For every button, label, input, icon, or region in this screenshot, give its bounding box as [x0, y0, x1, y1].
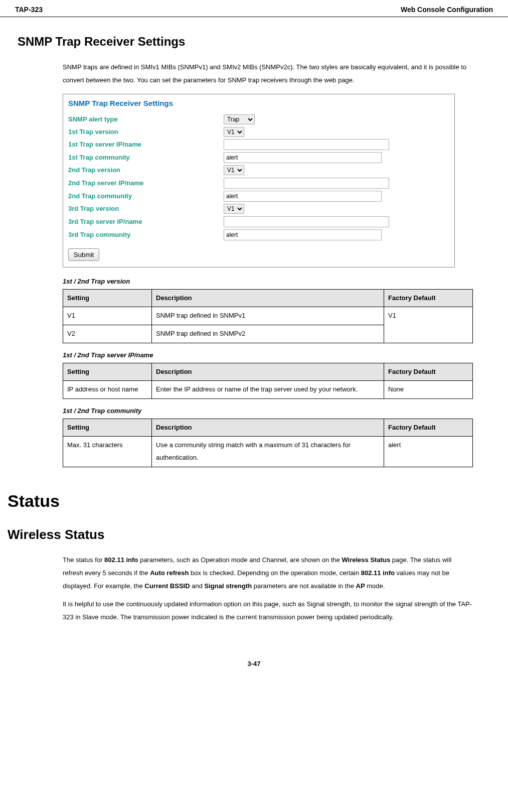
- select-1st-version[interactable]: V1: [224, 127, 244, 137]
- label-3rd-version: 3rd Trap version: [68, 204, 224, 214]
- table-row: Max. 31 characters Use a community strin…: [63, 437, 473, 467]
- label-2nd-version: 2nd Trap version: [68, 165, 224, 176]
- cell-setting: IP address or host name: [63, 381, 152, 399]
- table-trap-community: Setting Description Factory Default Max.…: [63, 419, 473, 467]
- th-default: Factory Default: [384, 419, 473, 437]
- label-1st-community: 1st Trap community: [68, 153, 224, 163]
- wireless-status-p2: It is helpful to use the continuously up…: [63, 598, 473, 624]
- header-right: Web Console Configuration: [401, 4, 493, 15]
- input-2nd-community[interactable]: [224, 191, 382, 202]
- th-setting: Setting: [63, 289, 152, 307]
- cell-default: None: [384, 381, 473, 399]
- cell-setting: V2: [63, 325, 152, 343]
- select-3rd-version[interactable]: V1: [224, 204, 244, 214]
- table-row: V1 SNMP trap defined in SNMPv1 V1: [63, 307, 473, 325]
- cell-default: alert: [384, 437, 473, 467]
- table-row: IP address or host name Enter the IP add…: [63, 381, 473, 399]
- input-1st-server[interactable]: [224, 139, 389, 150]
- submit-button[interactable]: Submit: [68, 248, 99, 261]
- page-header: TAP-323 Web Console Configuration: [0, 0, 508, 17]
- select-2nd-version[interactable]: V1: [224, 165, 244, 175]
- th-setting: Setting: [63, 363, 152, 381]
- label-2nd-server: 2nd Trap server IP/name: [68, 178, 224, 189]
- page-number: 3-47: [0, 629, 508, 685]
- input-3rd-server[interactable]: [224, 216, 389, 227]
- th-default: Factory Default: [384, 363, 473, 381]
- cell-desc: Use a community string match with a maxi…: [152, 437, 384, 467]
- heading-wireless-status: Wireless Status: [8, 524, 160, 546]
- table2-caption: 1st / 2nd Trap server IP/name: [63, 350, 473, 361]
- table1-caption: 1st / 2nd Trap version: [63, 277, 473, 287]
- cell-setting: Max. 31 characters: [63, 437, 152, 467]
- section-snmp-title: SNMP Trap Receiver Settings: [18, 32, 473, 51]
- th-description: Description: [152, 419, 384, 437]
- cell-setting: V1: [63, 307, 152, 325]
- th-setting: Setting: [63, 419, 152, 437]
- panel-title: SNMP Trap Receiver Settings: [68, 97, 449, 109]
- input-2nd-server[interactable]: [224, 178, 389, 189]
- input-3rd-community[interactable]: [224, 229, 382, 240]
- label-2nd-community: 2nd Trap community: [68, 191, 224, 202]
- wireless-status-p1: The status for 802.11 info parameters, s…: [63, 554, 473, 593]
- header-left: TAP-323: [15, 4, 43, 15]
- cell-default: V1: [384, 307, 473, 343]
- label-1st-server: 1st Trap server IP/name: [68, 140, 224, 150]
- th-description: Description: [152, 289, 384, 307]
- label-3rd-server: 3rd Trap server IP/name: [68, 217, 224, 227]
- table3-caption: 1st / 2nd Trap community: [63, 406, 473, 417]
- label-alert-type: SNMP alert type: [68, 114, 224, 125]
- cell-desc: Enter the IP address or name of the trap…: [152, 381, 384, 399]
- label-1st-version: 1st Trap version: [68, 127, 224, 138]
- select-alert-type[interactable]: Trap: [224, 114, 255, 124]
- label-3rd-community: 3rd Trap community: [68, 230, 224, 240]
- heading-status: Status: [8, 487, 473, 514]
- table-trap-version: Setting Description Factory Default V1 S…: [63, 289, 473, 343]
- th-description: Description: [152, 363, 384, 381]
- cell-desc: SNMP trap defined in SNMPv2: [152, 325, 384, 343]
- cell-desc: SNMP trap defined in SNMPv1: [152, 307, 384, 325]
- input-1st-community[interactable]: [224, 152, 382, 163]
- section-snmp-intro: SNMP traps are defined in SMIv1 MIBs (SN…: [63, 61, 473, 87]
- th-default: Factory Default: [384, 289, 473, 307]
- snmp-settings-panel: SNMP Trap Receiver Settings SNMP alert t…: [63, 94, 455, 267]
- table-trap-server: Setting Description Factory Default IP a…: [63, 363, 473, 399]
